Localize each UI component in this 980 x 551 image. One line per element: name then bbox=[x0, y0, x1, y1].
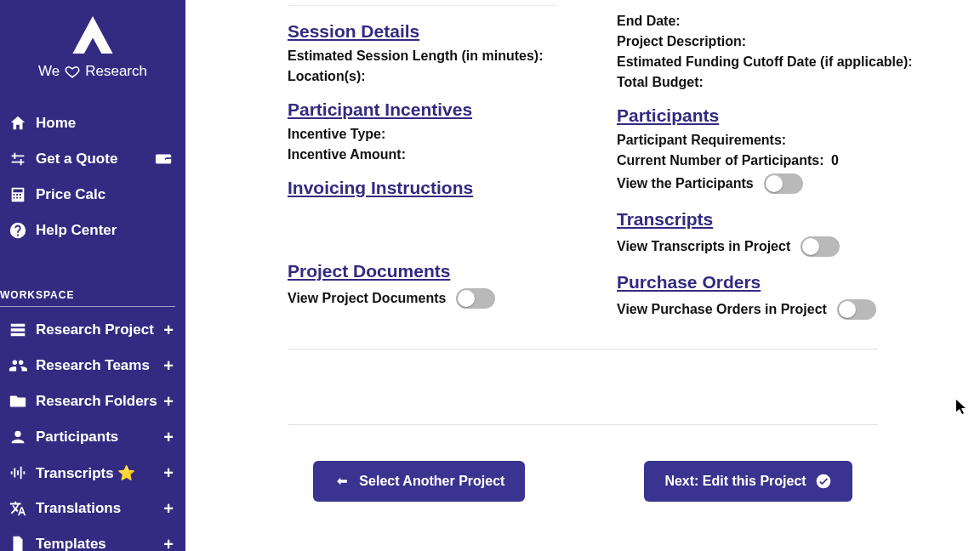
ws-research-folders-label: Research Folders bbox=[36, 393, 157, 410]
sliders-icon bbox=[9, 150, 27, 168]
view-participants-label: View the Participants bbox=[617, 176, 754, 191]
plus-icon[interactable]: + bbox=[163, 464, 174, 481]
waveform-icon bbox=[9, 463, 27, 482]
svg-point-2 bbox=[816, 474, 830, 489]
view-participants-toggle[interactable] bbox=[764, 173, 803, 194]
current-participants-value: 0 bbox=[831, 153, 839, 168]
nav-price-label: Price Calc bbox=[36, 186, 105, 203]
nav-home[interactable]: Home bbox=[0, 105, 185, 141]
next-edit-label: Next: Edit this Project bbox=[664, 474, 806, 489]
home-icon bbox=[9, 114, 27, 133]
back-arrow-icon bbox=[333, 473, 350, 490]
purchase-orders-heading: Purchase Orders bbox=[617, 272, 971, 293]
plus-icon[interactable]: + bbox=[163, 357, 174, 374]
view-project-documents-row: View Project Documents bbox=[288, 288, 557, 309]
ws-participants-label: Participants bbox=[36, 429, 118, 446]
ws-transcripts-label: Transcripts ⭐ bbox=[36, 464, 135, 482]
view-project-documents-label: View Project Documents bbox=[288, 291, 446, 306]
nav-quote-label: Get a Quote bbox=[36, 151, 117, 168]
calculator-icon bbox=[9, 185, 27, 204]
incentive-amount-field: Incentive Amount: bbox=[288, 147, 557, 162]
workspace-heading: WORKSPACE bbox=[0, 289, 185, 306]
session-details-heading: Session Details bbox=[288, 21, 557, 42]
folder-icon bbox=[9, 392, 27, 411]
divider bbox=[288, 5, 557, 6]
current-participants-label: Current Number of Participants: bbox=[617, 153, 824, 168]
participant-incentives-heading: Participant Incentives bbox=[288, 99, 557, 120]
project-documents-heading: Project Documents bbox=[288, 261, 557, 281]
nav-help-label: Help Center bbox=[36, 222, 117, 239]
project-description-field: Project Description: bbox=[617, 34, 971, 49]
plus-icon[interactable]: + bbox=[163, 393, 174, 410]
ws-templates[interactable]: Templates + bbox=[0, 526, 185, 551]
tagline-pre: We bbox=[38, 63, 60, 80]
plus-icon[interactable]: + bbox=[163, 536, 174, 551]
sidebar: We Research Home Get a Quote Price Calc bbox=[0, 0, 185, 551]
brand-logo bbox=[70, 12, 116, 56]
main-content: Session Details Estimated Session Length… bbox=[185, 0, 980, 551]
funding-cutoff-field: Estimated Funding Cutoff Date (if applic… bbox=[617, 54, 971, 70]
view-participants-row: View the Participants bbox=[617, 173, 971, 194]
brand-block: We Research bbox=[0, 12, 185, 90]
view-transcripts-label: View Transcripts in Project bbox=[617, 239, 790, 254]
ws-research-folders[interactable]: Research Folders + bbox=[0, 383, 185, 419]
select-another-label: Select Another Project bbox=[359, 474, 504, 489]
team-icon bbox=[9, 356, 27, 375]
ws-research-teams[interactable]: Research Teams + bbox=[0, 348, 185, 383]
current-participants-field: Current Number of Participants: 0 bbox=[617, 153, 971, 168]
total-budget-field: Total Budget: bbox=[617, 75, 971, 90]
file-icon bbox=[9, 535, 27, 551]
check-circle-icon bbox=[815, 473, 832, 490]
plus-icon[interactable]: + bbox=[163, 500, 174, 517]
ws-translations[interactable]: Translations + bbox=[0, 491, 185, 526]
transcripts-heading: Transcripts bbox=[617, 209, 971, 230]
right-column: End Date: Project Description: Estimated… bbox=[583, 0, 980, 325]
heart-icon bbox=[65, 64, 80, 79]
view-transcripts-toggle[interactable] bbox=[801, 236, 840, 257]
ws-transcripts[interactable]: Transcripts ⭐ + bbox=[0, 455, 185, 491]
locations-field: Location(s): bbox=[288, 69, 557, 84]
ws-participants[interactable]: Participants + bbox=[0, 419, 185, 455]
view-transcripts-row: View Transcripts in Project bbox=[617, 236, 971, 257]
primary-nav: Home Get a Quote Price Calc Help Center bbox=[0, 105, 185, 248]
next-edit-project-button[interactable]: Next: Edit this Project bbox=[644, 461, 852, 502]
brand-tagline: We Research bbox=[38, 63, 147, 80]
view-purchase-orders-row: View Purchase Orders in Project bbox=[617, 299, 971, 320]
nav-price[interactable]: Price Calc bbox=[0, 177, 185, 213]
nav-help[interactable]: Help Center bbox=[0, 213, 185, 248]
invoicing-instructions-heading: Invoicing Instructions bbox=[288, 178, 557, 198]
ws-research-teams-label: Research Teams bbox=[36, 357, 150, 374]
tagline-post: Research bbox=[85, 63, 147, 80]
participants-icon bbox=[9, 428, 27, 446]
view-project-documents-toggle[interactable] bbox=[456, 288, 495, 309]
session-length-field: Estimated Session Length (in minutes): bbox=[288, 48, 557, 64]
incentive-type-field: Incentive Type: bbox=[288, 127, 557, 142]
workspace-divider bbox=[0, 306, 175, 307]
participants-heading: Participants bbox=[617, 105, 971, 126]
ws-research-project-label: Research Project bbox=[36, 321, 154, 338]
select-another-project-button[interactable]: Select Another Project bbox=[313, 461, 525, 502]
view-purchase-orders-toggle[interactable] bbox=[837, 299, 876, 320]
ws-research-project[interactable]: Research Project + bbox=[0, 312, 185, 348]
translate-icon bbox=[9, 499, 27, 518]
footer-buttons: Select Another Project Next: Edit this P… bbox=[185, 461, 980, 502]
end-date-field: End Date: bbox=[617, 14, 971, 29]
ws-templates-label: Templates bbox=[36, 536, 106, 551]
storage-icon bbox=[9, 321, 27, 339]
plus-icon[interactable]: + bbox=[163, 321, 174, 338]
participant-requirements-field: Participant Requirements: bbox=[617, 133, 971, 148]
ws-translations-label: Translations bbox=[36, 500, 121, 517]
plus-icon[interactable]: + bbox=[163, 429, 174, 446]
nav-quote[interactable]: Get a Quote bbox=[0, 141, 185, 177]
view-purchase-orders-label: View Purchase Orders in Project bbox=[617, 302, 827, 317]
nav-home-label: Home bbox=[36, 115, 76, 132]
wallet-icon bbox=[155, 150, 174, 168]
question-icon bbox=[9, 221, 27, 240]
footer-divider bbox=[288, 424, 878, 425]
left-column: Session Details Estimated Session Length… bbox=[185, 0, 583, 325]
